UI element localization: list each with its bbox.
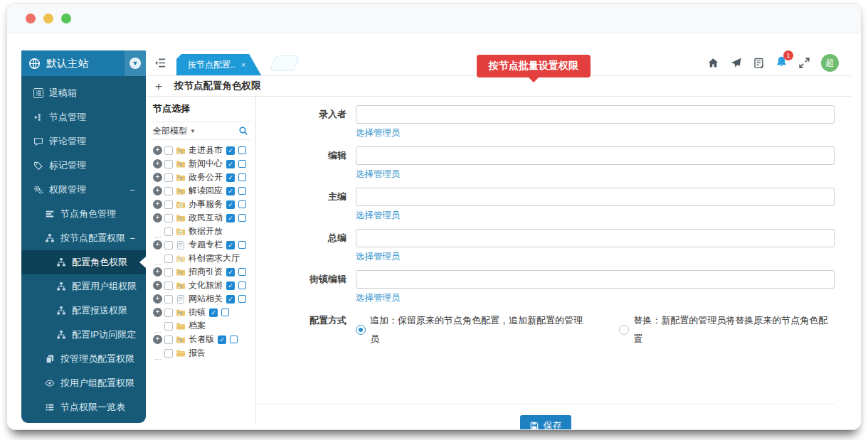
role-checkbox-checked[interactable]: ✓	[226, 200, 235, 209]
tree-node[interactable]: + 文化旅游 ✓	[153, 279, 251, 292]
fullscreen-icon[interactable]	[798, 57, 810, 69]
send-icon[interactable]	[730, 57, 742, 69]
search-icon[interactable]	[238, 126, 248, 136]
tree-node[interactable]: + 网站相关 ✓	[153, 292, 251, 306]
role-checkbox-empty[interactable]	[238, 200, 246, 208]
role-checkbox-empty[interactable]	[238, 214, 246, 222]
tree-node[interactable]: + 专题专栏 ✓	[153, 238, 251, 252]
node-checkbox[interactable]	[164, 281, 173, 290]
sidebar-item-configure-by-usergroup[interactable]: 按用户组配置权限	[21, 371, 146, 395]
sidebar-item-node-permission-overview[interactable]: 节点权限一览表	[21, 395, 146, 419]
tree-node[interactable]: + 长者版 ✓	[153, 333, 251, 346]
node-checkbox[interactable]	[164, 214, 173, 222]
sidebar-item-configure-ip-restriction[interactable]: 配置IP访问限定	[21, 323, 146, 347]
role-checkbox-checked[interactable]: ✓	[209, 308, 218, 317]
model-filter-dropdown[interactable]: 全部模型	[153, 125, 187, 137]
tree-node[interactable]: + 政民互动 ✓	[153, 211, 251, 225]
role-checkbox-checked[interactable]: ✓	[226, 173, 235, 182]
sidebar-item-configure-usergroup-permission[interactable]: 配置用户组权限	[21, 274, 146, 299]
node-checkbox[interactable]	[164, 254, 173, 263]
entry-clerk-input[interactable]	[356, 105, 835, 124]
home-icon[interactable]	[707, 57, 719, 69]
sidebar-item-rejected-box[interactable]: 退 退稿箱	[21, 81, 146, 105]
node-checkbox[interactable]	[164, 160, 173, 168]
sidebar-item-node-management[interactable]: 节点管理	[21, 105, 146, 129]
expand-icon[interactable]: +	[153, 240, 162, 249]
role-checkbox-empty[interactable]	[238, 187, 246, 195]
radio-append-option[interactable]: 追加：保留原来的节点角色配置，追加新配置的管理员	[356, 311, 589, 348]
select-admin-link[interactable]: 选择管理员	[356, 168, 401, 181]
role-checkbox-empty[interactable]	[238, 160, 246, 168]
role-checkbox-empty[interactable]	[238, 295, 246, 303]
tree-node[interactable]: + 办事服务 ✓	[153, 198, 251, 211]
tree-node[interactable]: + 走进县市 ✓	[153, 144, 251, 157]
tree-node[interactable]: + 招商引资 ✓	[153, 265, 251, 279]
editor-in-chief-input[interactable]	[356, 229, 835, 247]
expand-icon[interactable]: +	[153, 213, 162, 222]
expand-icon[interactable]: +	[153, 200, 162, 209]
node-checkbox[interactable]	[164, 146, 173, 155]
select-admin-link[interactable]: 选择管理员	[356, 127, 401, 139]
tree-node[interactable]: + 解读回应 ✓	[153, 184, 251, 198]
sidebar-item-comment-management[interactable]: 评论管理	[21, 129, 146, 154]
tree-node[interactable]: 档案	[153, 319, 251, 333]
node-checkbox[interactable]	[164, 349, 173, 358]
expand-icon[interactable]: +	[153, 186, 162, 195]
chief-editor-input[interactable]	[356, 188, 835, 206]
tree-node[interactable]: 报告	[153, 346, 251, 360]
expand-icon[interactable]: +	[153, 159, 162, 168]
tab-close-icon[interactable]: ×	[241, 54, 245, 75]
tab-configure-by-node[interactable]: 按节点配置.. ×	[176, 54, 261, 75]
sidebar-item-configure-role-permission[interactable]: 配置角色权限	[21, 250, 146, 274]
tree-node[interactable]: + 街镇 ✓	[153, 306, 251, 319]
node-checkbox[interactable]	[164, 308, 173, 317]
menu-fold-icon[interactable]	[154, 57, 166, 69]
node-checkbox[interactable]	[164, 173, 173, 182]
sidebar-item-configure-submit-permission[interactable]: 配置报送权限	[21, 299, 146, 323]
role-checkbox-empty[interactable]	[238, 146, 246, 154]
editor-input[interactable]	[356, 146, 835, 165]
town-editor-input[interactable]	[356, 270, 835, 289]
tree-node[interactable]: 科创需求大厅	[153, 252, 251, 265]
role-checkbox-empty[interactable]	[238, 173, 246, 181]
role-checkbox-empty[interactable]	[238, 241, 246, 249]
role-checkbox-checked[interactable]: ✓	[226, 160, 235, 168]
sidebar-item-configure-by-admin[interactable]: 按管理员配置权限	[21, 347, 146, 371]
node-checkbox[interactable]	[164, 241, 173, 249]
site-selector[interactable]: 默认主站 ▼	[21, 50, 146, 76]
expand-icon[interactable]: +	[153, 281, 162, 290]
tasks-icon[interactable]	[753, 57, 765, 69]
tree-node[interactable]: + 政务公开 ✓	[153, 171, 251, 184]
sidebar-item-node-role-management[interactable]: 节点角色管理	[21, 202, 146, 226]
expand-icon[interactable]: +	[153, 267, 162, 277]
role-checkbox-checked[interactable]: ✓	[226, 268, 235, 277]
sidebar-item-tag-management[interactable]: 标记管理	[21, 154, 146, 178]
node-checkbox[interactable]	[164, 227, 173, 236]
select-admin-link[interactable]: 选择管理员	[356, 251, 401, 263]
role-checkbox-checked[interactable]: ✓	[226, 241, 235, 249]
role-checkbox-checked[interactable]: ✓	[226, 187, 235, 195]
expand-icon[interactable]: +	[153, 146, 162, 155]
node-checkbox[interactable]	[164, 336, 173, 344]
collapse-minus-icon[interactable]: −	[129, 185, 146, 195]
role-checkbox-checked[interactable]: ✓	[226, 146, 235, 155]
radio-replace-option[interactable]: 替换：新配置的管理员将替换原来的节点角色配置	[619, 311, 835, 348]
avatar[interactable]: 超	[821, 54, 839, 72]
close-window-button[interactable]	[26, 14, 36, 23]
node-checkbox[interactable]	[164, 268, 173, 277]
collapse-minus-icon[interactable]: −	[129, 233, 146, 244]
radio-unselected-icon[interactable]	[619, 325, 629, 335]
select-admin-link[interactable]: 选择管理员	[356, 210, 401, 222]
tree-node[interactable]: 数据开放	[153, 225, 251, 238]
add-icon[interactable]: +	[155, 80, 162, 92]
expand-icon[interactable]: +	[153, 308, 162, 317]
radio-selected-icon[interactable]	[356, 325, 366, 335]
node-checkbox[interactable]	[164, 187, 173, 195]
role-checkbox-checked[interactable]: ✓	[226, 281, 235, 290]
tree-node[interactable]: + 新闻中心 ✓	[153, 157, 251, 171]
save-button[interactable]: 保存	[520, 415, 571, 429]
expand-icon[interactable]: +	[153, 294, 162, 304]
site-switch-button[interactable]: ▼	[125, 50, 146, 76]
maximize-window-button[interactable]	[61, 14, 71, 23]
expand-icon[interactable]: +	[153, 173, 162, 182]
